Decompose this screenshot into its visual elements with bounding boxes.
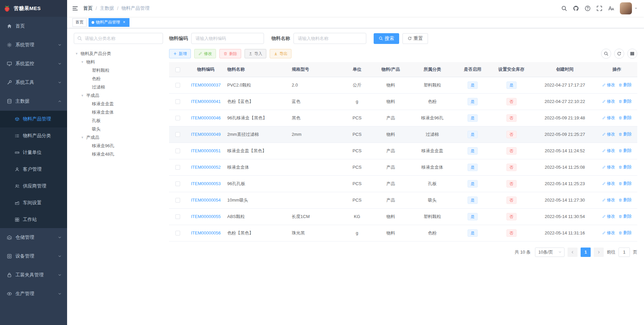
help-icon[interactable] (585, 5, 591, 11)
item-code-link[interactable]: ITEM00000037 (191, 83, 221, 88)
search-button[interactable]: 搜索 (374, 33, 399, 44)
row-checkbox[interactable] (175, 181, 180, 186)
edit-row-button[interactable]: 修改 (602, 115, 615, 121)
delete-row-button[interactable]: 删除 (619, 181, 632, 186)
tree-node[interactable]: ▼半成品 (75, 91, 163, 100)
import-button[interactable]: 导入 (245, 49, 266, 58)
close-icon[interactable]: × (122, 20, 126, 25)
delete-row-button[interactable]: 删除 (619, 214, 632, 219)
user-menu[interactable] (620, 2, 638, 14)
item-code-link[interactable]: ITEM00000049 (191, 132, 221, 137)
sidebar-subitem[interactable]: 客户管理 (0, 161, 67, 178)
item-code-link[interactable]: ITEM00000053 (191, 181, 221, 186)
page-number-button[interactable]: 1 (581, 248, 591, 257)
item-code-link[interactable]: ITEM00000054 (191, 198, 221, 203)
tree-node[interactable]: 塑料颗粒 (75, 66, 163, 74)
breadcrumb-item[interactable]: 首页 (83, 5, 93, 11)
edit-row-button[interactable]: 修改 (602, 99, 615, 104)
row-checkbox[interactable] (175, 132, 180, 137)
tree-node[interactable]: ▼产成品 (75, 133, 163, 142)
edit-row-button[interactable]: 修改 (602, 197, 615, 203)
app-logo[interactable]: 苦糖果MES (0, 0, 67, 17)
delete-row-button[interactable]: 删除 (619, 115, 632, 121)
tab-item[interactable]: 首页 (72, 18, 87, 27)
sidebar-item[interactable]: 系统监控 (0, 54, 67, 73)
fullscreen-icon[interactable] (596, 5, 602, 11)
row-checkbox[interactable] (175, 214, 180, 219)
sidebar-subitem[interactable]: 车间设置 (0, 195, 67, 211)
delete-row-button[interactable]: 删除 (619, 164, 632, 170)
sidebar-subitem[interactable]: 工作站 (0, 211, 67, 228)
category-search-input[interactable] (74, 33, 163, 44)
edit-row-button[interactable]: 修改 (602, 164, 615, 170)
delete-row-button[interactable]: 删除 (619, 131, 632, 137)
goto-page-input[interactable] (619, 248, 630, 257)
tree-node[interactable]: 移液盒96孔 (75, 142, 163, 150)
edit-row-button[interactable]: 修改 (602, 148, 615, 154)
item-code-link[interactable]: ITEM00000056 (191, 230, 221, 235)
edit-button[interactable]: 修改 (194, 49, 216, 58)
sidebar-item[interactable]: 系统管理 (0, 36, 67, 54)
row-checkbox[interactable] (175, 116, 180, 120)
item-code-link[interactable]: ITEM00000046 (191, 115, 221, 120)
sidebar-subitem[interactable]: 计量单位 (0, 144, 67, 161)
row-checkbox[interactable] (175, 149, 180, 153)
tree-node[interactable]: ▼物料及产品分类 (75, 49, 163, 58)
row-checkbox[interactable] (175, 99, 180, 104)
reset-button[interactable]: 重置 (402, 33, 428, 44)
tab-item[interactable]: 物料产品管理× (89, 18, 129, 27)
prev-page-button[interactable] (568, 248, 578, 257)
tree-node[interactable]: 移液盒48孔 (75, 150, 163, 158)
github-icon[interactable] (573, 5, 579, 11)
delete-row-button[interactable]: 删除 (619, 197, 632, 203)
sidebar-subitem[interactable]: 物料产品管理 (0, 111, 67, 127)
tree-node[interactable]: ▼物料 (75, 58, 163, 66)
tree-node[interactable]: 移液盒盒盖 (75, 100, 163, 108)
delete-row-button[interactable]: 删除 (619, 230, 632, 236)
hamburger-icon[interactable] (72, 5, 78, 12)
item-code-link[interactable]: ITEM00000051 (191, 148, 221, 153)
add-button[interactable]: 新增 (169, 49, 191, 58)
export-button[interactable]: 导出 (270, 49, 291, 58)
sidebar-item[interactable]: 工装夹具管理 (0, 266, 67, 284)
delete-button[interactable]: 删除 (219, 49, 241, 58)
user-avatar[interactable] (620, 2, 632, 14)
sidebar-subitem[interactable]: 供应商管理 (0, 178, 67, 195)
sidebar-item[interactable]: 主数据 (0, 92, 67, 111)
tree-node[interactable]: 吸头 (75, 125, 163, 133)
page-size-select[interactable]: 10条/页 (535, 248, 565, 257)
code-filter-input[interactable] (191, 33, 264, 44)
sidebar-item[interactable]: 生产管理 (0, 284, 67, 303)
tree-node[interactable]: 色粉 (75, 74, 163, 83)
row-checkbox[interactable] (175, 231, 180, 235)
row-checkbox[interactable] (175, 165, 180, 170)
tree-node[interactable]: 孔板 (75, 116, 163, 125)
column-settings-button[interactable] (627, 49, 637, 59)
select-all-checkbox[interactable] (175, 67, 180, 72)
tree-node[interactable]: 过滤棉 (75, 83, 163, 91)
delete-row-button[interactable]: 删除 (619, 82, 632, 88)
edit-row-button[interactable]: 修改 (602, 230, 615, 236)
sidebar-item[interactable]: 首页 (0, 17, 67, 36)
refresh-table-button[interactable] (614, 49, 624, 59)
toggle-search-button[interactable] (601, 49, 611, 59)
sidebar-subitem[interactable]: 物料产品分类 (0, 127, 67, 144)
header-search-icon[interactable] (561, 5, 567, 11)
delete-row-button[interactable]: 删除 (619, 99, 632, 104)
next-page-button[interactable] (594, 248, 604, 257)
sidebar-item[interactable]: 系统工具 (0, 73, 67, 92)
font-size-icon[interactable] (608, 5, 614, 11)
delete-row-button[interactable]: 删除 (619, 148, 632, 154)
edit-row-button[interactable]: 修改 (602, 181, 615, 186)
tree-node[interactable]: 移液盒盒体 (75, 108, 163, 116)
edit-row-button[interactable]: 修改 (602, 131, 615, 137)
edit-row-button[interactable]: 修改 (602, 214, 615, 219)
sidebar-item[interactable]: 仓储管理 (0, 228, 67, 247)
sidebar-item[interactable]: 设备管理 (0, 247, 67, 266)
edit-row-button[interactable]: 修改 (602, 82, 615, 88)
row-checkbox[interactable] (175, 83, 180, 88)
name-filter-input[interactable] (293, 33, 366, 44)
row-checkbox[interactable] (175, 198, 180, 203)
item-code-link[interactable]: ITEM00000041 (191, 99, 221, 104)
item-code-link[interactable]: ITEM00000052 (191, 165, 221, 170)
